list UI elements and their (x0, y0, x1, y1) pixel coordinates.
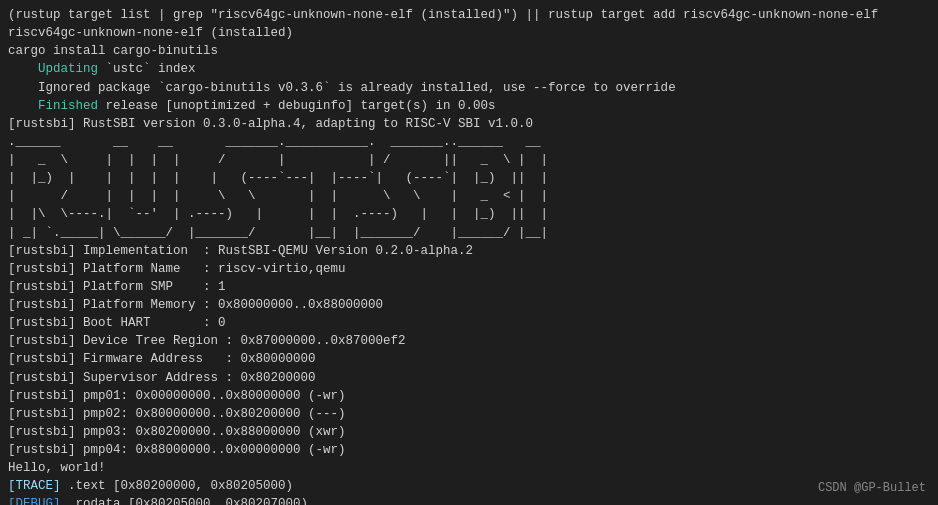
terminal-line: | / | | | | \ \ | | \ \ | _ < | | (8, 187, 930, 205)
terminal-line: [rustsbi] pmp04: 0x88000000..0x00000000 … (8, 441, 930, 459)
terminal-line: [rustsbi] Platform SMP : 1 (8, 278, 930, 296)
terminal-line: [rustsbi] Platform Name : riscv-virtio,q… (8, 260, 930, 278)
terminal-line: | |_) | | | | | | (----`---| |----`| (--… (8, 169, 930, 187)
terminal-line: [DEBUG] .rodata [0x80205000, 0x80207000) (8, 495, 930, 505)
terminal-line: cargo install cargo-binutils (8, 42, 930, 60)
terminal-line: Hello, world! (8, 459, 930, 477)
terminal-window: (rustup target list | grep "riscv64gc-un… (0, 0, 938, 505)
terminal-line: [rustsbi] pmp02: 0x80000000..0x80200000 … (8, 405, 930, 423)
terminal-line: [rustsbi] RustSBI version 0.3.0-alpha.4,… (8, 115, 930, 133)
terminal-line: [rustsbi] Platform Memory : 0x80000000..… (8, 296, 930, 314)
terminal-line: Updating `ustc` index (8, 60, 930, 78)
terminal-line: | _ \ | | | | / | | / || _ \ | | (8, 151, 930, 169)
watermark: CSDN @GP-Bullet (818, 480, 926, 497)
terminal-line: [rustsbi] pmp01: 0x00000000..0x80000000 … (8, 387, 930, 405)
terminal-line: [rustsbi] Supervisor Address : 0x8020000… (8, 369, 930, 387)
terminal-line: [TRACE] .text [0x80200000, 0x80205000) (8, 477, 930, 495)
terminal-line: [rustsbi] Boot HART : 0 (8, 314, 930, 332)
terminal-line: Ignored package `cargo-binutils v0.3.6` … (8, 79, 930, 97)
terminal-line: [rustsbi] Implementation : RustSBI-QEMU … (8, 242, 930, 260)
terminal-line: .______ __ __ _______.___________. _____… (8, 133, 930, 151)
terminal-line: | _| `._____| \______/ |_______/ |__| |_… (8, 224, 930, 242)
terminal-line: Finished release [unoptimized + debuginf… (8, 97, 930, 115)
terminal-line: riscv64gc-unknown-none-elf (installed) (8, 24, 930, 42)
terminal-line: [rustsbi] Firmware Address : 0x80000000 (8, 350, 930, 368)
terminal-line: | |\ \----.| `--' | .----) | | | .----) … (8, 205, 930, 223)
terminal-line: (rustup target list | grep "riscv64gc-un… (8, 6, 930, 24)
terminal-line: [rustsbi] Device Tree Region : 0x8700000… (8, 332, 930, 350)
terminal-line: [rustsbi] pmp03: 0x80200000..0x88000000 … (8, 423, 930, 441)
